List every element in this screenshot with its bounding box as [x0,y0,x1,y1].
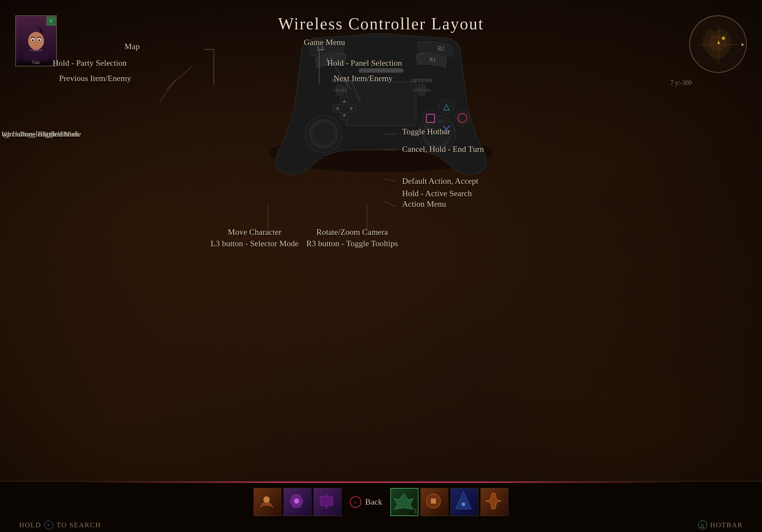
svg-point-10 [722,37,725,40]
svg-text:R1: R1 [429,56,436,62]
svg-rect-65 [320,496,333,506]
label-toggle-hotbar: Toggle Hotbar [402,126,450,137]
svg-text:OPTIONS: OPTIONS [413,88,431,93]
back-button[interactable]: ○ Back [350,496,382,508]
portrait-name: Gus [16,59,56,66]
label-map: Map [124,41,140,52]
back-circle-icon: ○ [350,496,361,508]
label-rotate-cam: Rotate/Zoom Camera R3 button - Toggle To… [306,227,398,250]
label-default-action: Default Action, Accept Hold - Active Sea… [402,175,478,200]
svg-point-63 [263,496,269,503]
hint-hotbar: △ HOTBAR [698,520,743,529]
svg-line-54 [160,80,176,102]
svg-point-5 [32,39,34,41]
label-move-char: Move Character L3 button - Selector Mode [211,227,299,250]
main-content: Wireless Controller Layout [0,0,762,532]
label-game-menu: Game Menu [304,37,345,48]
hotbar-slot-2[interactable] [283,488,311,516]
svg-text:SHARE: SHARE [334,88,347,93]
hotbar-slot-1[interactable] [253,488,281,516]
svg-rect-25 [359,69,403,72]
triangle-icon: △ [698,520,707,529]
svg-line-60 [383,201,396,207]
hotbar-slots: ○ Back 3 [253,488,508,516]
minimap [689,15,747,73]
label-next-item: Next Item/Enemy [334,73,393,84]
portrait-badge: R [46,17,55,26]
label-sneak: wn button- Toggle Sneak [2,128,79,141]
cross-icon: × [44,520,53,529]
label-prev-item: Previous Item/Enemy [59,73,131,84]
hotbar-center: ○ Back [343,496,388,508]
hotbar-slot-6[interactable] [451,488,479,516]
svg-point-64 [294,499,299,503]
minimap-inner [690,16,746,72]
svg-point-6 [38,39,40,41]
character-portrait: R Gus [15,15,57,66]
svg-text:△: △ [443,102,450,111]
hotbar-bar [76,482,686,483]
hint-search: HOLD × TO SEARCH [19,520,101,529]
hotbar-slot-3[interactable] [313,488,342,516]
svg-text:R2: R2 [437,45,444,52]
svg-text:OPTIONS: OPTIONS [411,78,433,83]
svg-point-48 [375,130,387,138]
svg-point-69 [462,502,466,506]
coordinates: 7 y:-300 [670,79,692,87]
hotbar-slot-active[interactable]: 3 [391,488,419,516]
label-action-menu: Action Menu [402,198,446,210]
svg-point-41 [423,110,438,126]
hotbar: ○ Back 3 [0,481,762,532]
hotbar-slot-7[interactable] [481,488,509,516]
svg-rect-17 [346,81,416,126]
svg-point-2 [28,32,44,50]
svg-line-53 [166,67,191,89]
svg-rect-31 [341,104,348,112]
svg-point-28 [312,123,335,145]
label-hold-panel: Hold - Panel Selection [327,57,402,69]
label-cancel: Cancel, Hold - End Turn [402,144,484,155]
label-hold-party: Hold - Party Selection [53,57,127,69]
hotbar-slot-5[interactable] [420,488,449,516]
controller-graphic: L2 R2 L1 R1 SHARE OPTIONS SHARE OPTION [250,16,512,195]
hotbar-hints: HOLD × TO SEARCH △ HOTBAR [0,520,762,529]
